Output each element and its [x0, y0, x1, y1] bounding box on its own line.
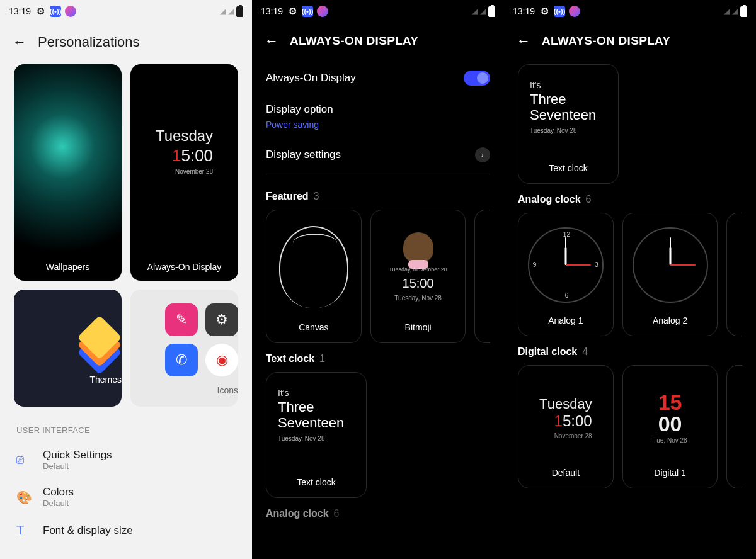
- layers-icon: [77, 322, 122, 359]
- tile-always-on-display[interactable]: Tuesday 15:00 November 28 Always-On Disp…: [130, 64, 238, 281]
- status-bar: 13:19 ⚙ ((•)) ◢ ◢: [252, 0, 504, 23]
- list-item-font-size[interactable]: T Font & display size: [0, 516, 252, 545]
- page-title: Personalizations: [38, 34, 139, 50]
- header: ← ALWAYS-ON DISPLAY: [504, 23, 756, 62]
- phone-icon: ✆: [165, 344, 198, 376]
- chevron-right-icon: ›: [475, 147, 490, 162]
- card-peek-next[interactable]: [726, 213, 742, 336]
- back-arrow-icon[interactable]: ←: [13, 35, 26, 49]
- tile-themes[interactable]: Themes: [14, 290, 122, 407]
- card-digital-1[interactable]: 15 00 Tue, Nov 28 Digital 1: [622, 365, 718, 488]
- signal-dim-icon: ◢: [472, 7, 478, 16]
- section-header-ui: USER INTERFACE: [0, 407, 252, 441]
- card-peek-next[interactable]: [474, 210, 490, 343]
- tile-label: Icons: [217, 385, 238, 395]
- signal-dim-icon: ◢: [228, 7, 234, 16]
- cast-icon: ((•)): [554, 6, 565, 17]
- header: ← Personalizations: [0, 23, 252, 64]
- card-text-clock[interactable]: It's Three Seventeen Tuesday, Nov 28 Tex…: [266, 372, 367, 498]
- row-display-option[interactable]: Display option Power saving: [252, 94, 504, 138]
- tile-label: Themes: [89, 375, 122, 385]
- signal-dim-icon: ◢: [480, 7, 486, 16]
- tile-label: Always-On Display: [147, 262, 221, 272]
- page-title: ALWAYS-ON DISPLAY: [290, 34, 418, 48]
- status-bar: 13:19 ⚙ ((•)) ◢ ◢: [0, 0, 252, 23]
- card-text-clock[interactable]: It's Three Seventeen Tuesday, Nov 28 Tex…: [518, 64, 619, 184]
- brush-icon: ✎: [165, 303, 198, 336]
- row-display-settings[interactable]: Display settings ›: [252, 138, 504, 171]
- battery-icon: [488, 6, 495, 17]
- analog-clock-icon: 12 3 6 9: [528, 227, 604, 303]
- card-digital-default[interactable]: Tuesday 15:00 November 28 Default: [518, 365, 614, 488]
- header: ← ALWAYS-ON DISPLAY: [252, 23, 504, 62]
- status-time: 13:19: [9, 6, 31, 16]
- analog-clock-icon: [633, 227, 708, 303]
- status-bar: 13:19 ⚙ ((•)) ◢ ◢: [504, 0, 756, 23]
- battery-icon: [740, 6, 747, 17]
- screen-aod-settings: 13:19 ⚙ ((•)) ◢ ◢ ← ALWAYS-ON DISPLAY Al…: [252, 0, 504, 559]
- divider: [266, 174, 490, 174]
- gear-icon: ⚙: [539, 6, 550, 17]
- palette-icon: 🎨: [16, 490, 32, 505]
- list-item-colors[interactable]: 🎨 Colors Default: [0, 478, 252, 516]
- card-canvas[interactable]: Canvas: [266, 210, 362, 343]
- signal-dim-icon: ◢: [732, 7, 738, 16]
- row-aod-toggle[interactable]: Always-On Display: [252, 62, 504, 94]
- gear-icon: ⚙: [205, 303, 238, 336]
- status-time: 13:19: [261, 6, 283, 16]
- quick-settings-icon: ⎚: [16, 453, 32, 467]
- screen-personalizations: 13:19 ⚙ ((•)) ◢ ◢ ← Personalizations Wal…: [0, 0, 252, 559]
- back-arrow-icon[interactable]: ←: [517, 34, 530, 48]
- app-dot-icon: [65, 6, 76, 17]
- cast-icon: ((•)): [50, 6, 61, 17]
- text-icon: T: [16, 523, 32, 538]
- section-analog: Analog clock 6: [504, 184, 756, 213]
- tile-wallpapers[interactable]: Wallpapers: [14, 64, 122, 281]
- aod-preview: Tuesday 15:00 November 28: [156, 127, 213, 175]
- card-bitmoji[interactable]: Tuesday, November 28 15:00 Tuesday, Nov …: [370, 210, 466, 343]
- section-digital: Digital clock 4: [504, 336, 756, 365]
- back-arrow-icon[interactable]: ←: [265, 34, 278, 48]
- play-icon: ◉: [205, 344, 238, 376]
- card-analog-2[interactable]: Analog 2: [622, 213, 718, 336]
- bitmoji-preview: Tuesday, November 28 15:00 Tuesday, Nov …: [389, 232, 447, 302]
- battery-icon: [236, 6, 243, 17]
- digital-clock-preview: 15 00 Tue, Nov 28: [653, 392, 687, 444]
- card-analog-1[interactable]: 12 3 6 9 Analog 1: [518, 213, 614, 336]
- toggle-on-icon[interactable]: [464, 71, 490, 86]
- digital-clock-preview: Tuesday 15:00 November 28: [539, 396, 592, 439]
- page-title: ALWAYS-ON DISPLAY: [542, 34, 670, 48]
- tile-icons[interactable]: ✎ ⚙ ✆ ◉ Icons: [130, 290, 238, 407]
- canvas-portrait-icon: [279, 226, 348, 308]
- section-featured: Featured 3: [252, 181, 504, 210]
- app-dot-icon: [569, 6, 580, 17]
- icon-grid-preview: ✎ ⚙ ✆ ◉: [165, 303, 238, 376]
- cast-icon: ((•)): [302, 6, 313, 17]
- section-text-clock: Text clock 1: [252, 343, 504, 372]
- section-analog-peek: Analog clock 6: [252, 498, 504, 527]
- app-dot-icon: [317, 6, 328, 17]
- tile-label: Wallpapers: [46, 262, 90, 272]
- signal-dim-icon: ◢: [220, 7, 226, 16]
- avatar-icon: [403, 232, 433, 263]
- signal-dim-icon: ◢: [724, 7, 730, 16]
- list-item-quick-settings[interactable]: ⎚ Quick Settings Default: [0, 441, 252, 478]
- gear-icon: ⚙: [287, 6, 298, 17]
- card-peek-next[interactable]: [726, 365, 742, 488]
- screen-aod-styles: 13:19 ⚙ ((•)) ◢ ◢ ← ALWAYS-ON DISPLAY It…: [504, 0, 756, 559]
- gear-icon: ⚙: [35, 6, 46, 17]
- status-time: 13:19: [513, 6, 535, 16]
